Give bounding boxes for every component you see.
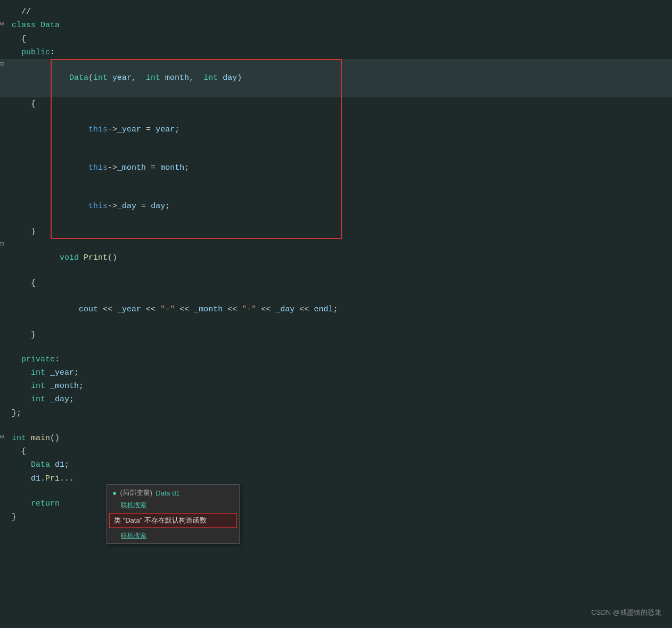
code-content-return: return bbox=[29, 498, 60, 510]
code-line-top: // bbox=[0, 5, 672, 19]
code-line-return: return bbox=[0, 497, 672, 510]
code-content-ctor-brace: { bbox=[29, 98, 36, 110]
code-line-brace-open: { bbox=[0, 32, 672, 46]
code-content-brace: { bbox=[19, 33, 26, 45]
code-content-ctor-brace-close: } bbox=[29, 226, 36, 238]
fold-icon-class[interactable]: ⊟ bbox=[0, 19, 10, 29]
code-content-public: public: bbox=[19, 46, 55, 59]
code-line-empty3 bbox=[0, 485, 672, 497]
code-line-month: this->_month = month; bbox=[0, 149, 672, 187]
code-line-main-brace: { bbox=[0, 445, 672, 458]
code-line-int-day: int _day; bbox=[0, 393, 672, 406]
code-line-print-brace: { bbox=[0, 277, 672, 290]
code-line-empty1 bbox=[0, 342, 672, 353]
code-content-constructor: Data(int year, int month, int day) bbox=[29, 60, 242, 97]
code-content-private: private: bbox=[19, 353, 60, 366]
code-content-year: this->_year = year; bbox=[29, 111, 179, 148]
tooltip-popup: ● (局部变量) Data d1 联机搜索 类 "Data" 不存在默认构造函数… bbox=[106, 484, 240, 544]
fold-icon-print[interactable]: ⊟ bbox=[0, 239, 10, 250]
code-content-cout: cout << _year << "-" << _month << "-" <<… bbox=[29, 291, 338, 328]
code-content-class: class Data bbox=[10, 19, 60, 31]
code-content-d1-print: d1.Pri... bbox=[29, 473, 74, 485]
code-line-class: ⊟ class Data bbox=[0, 19, 672, 32]
tooltip-icon: ● bbox=[112, 489, 117, 497]
code-content-main: int main() bbox=[10, 432, 60, 444]
code-line-data-d1: Data d1; bbox=[0, 458, 672, 472]
code-line-d1-print: d1.Pri... bbox=[0, 472, 672, 485]
code-line-empty2 bbox=[0, 420, 672, 432]
fold-icon-constructor[interactable]: ⊟ bbox=[0, 60, 10, 70]
code-line-class-close: }; bbox=[0, 407, 672, 420]
code-line-public: public: bbox=[0, 46, 672, 59]
code-line-main-close: } bbox=[0, 510, 672, 524]
code-line-private: private: bbox=[0, 353, 672, 366]
tooltip-info-row: ● (局部变量) Data d1 bbox=[107, 485, 239, 500]
code-line-ctor-brace-open: { bbox=[0, 97, 672, 111]
code-content-data-d1: Data d1; bbox=[29, 459, 69, 471]
code-line-constructor: ⊟ Data(int year, int month, int day) bbox=[0, 59, 672, 97]
tooltip-value: Data d1 bbox=[155, 489, 180, 497]
code-content-int-month: int _month; bbox=[29, 380, 84, 392]
code-line-day: this->_day = day; bbox=[0, 187, 672, 226]
code-line-int-year: int _year; bbox=[0, 366, 672, 379]
code-content: // bbox=[10, 6, 36, 18]
code-editor: // ⊟ class Data { public: ⊟ Data(int yea… bbox=[0, 0, 672, 529]
code-line-int-month: int _month; bbox=[0, 379, 672, 393]
code-content-print-brace: { bbox=[29, 277, 36, 290]
code-content-print-brace-close: } bbox=[29, 329, 36, 341]
code-content-month: this->_month = month; bbox=[29, 150, 189, 187]
code-line-print-brace-close: } bbox=[0, 328, 672, 342]
code-content-class-close: }; bbox=[10, 407, 21, 419]
tooltip-error: 类 "Data" 不存在默认构造函数 bbox=[109, 513, 237, 528]
code-content-print: void Print() bbox=[29, 239, 117, 277]
code-content-int-day: int _day; bbox=[29, 393, 74, 406]
tooltip-link2[interactable]: 联机搜索 bbox=[107, 529, 239, 543]
code-content-int-year: int _year; bbox=[29, 367, 79, 379]
code-content-main-brace: { bbox=[19, 445, 26, 458]
code-line-cout: cout << _year << "-" << _month << "-" <<… bbox=[0, 291, 672, 329]
code-line-print: ⊟ void Print() bbox=[0, 239, 672, 277]
code-content-main-close: } bbox=[10, 511, 17, 523]
selected-region: ⊟ Data(int year, int month, int day) { t… bbox=[0, 59, 672, 239]
code-line-main: ⊟ int main() bbox=[0, 432, 672, 445]
tooltip-link1[interactable]: 联机搜索 bbox=[107, 500, 239, 513]
tooltip-type: (局部变量) bbox=[120, 488, 152, 498]
code-content-day: this->_day = day; bbox=[29, 188, 170, 225]
code-line-year: this->_year = year; bbox=[0, 111, 672, 149]
code-line-ctor-brace-close: } bbox=[0, 225, 672, 238]
branding: CSDN @戒墨镜的恐龙 bbox=[591, 608, 661, 617]
fold-icon-main[interactable]: ⊟ bbox=[0, 432, 10, 442]
